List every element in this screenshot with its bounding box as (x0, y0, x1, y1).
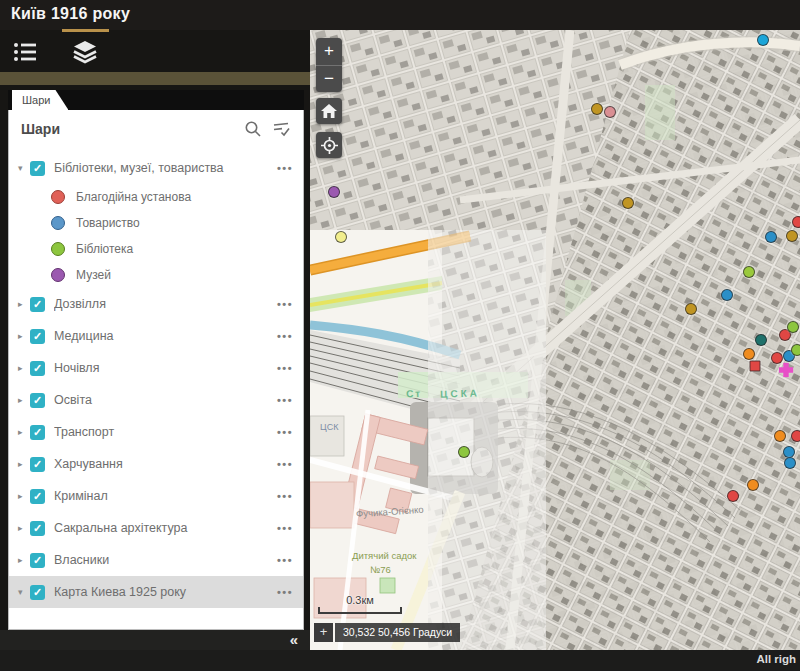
map-marker[interactable] (791, 344, 800, 356)
map-marker[interactable] (727, 490, 739, 502)
layer-row[interactable]: ▸✓Власники••• (9, 544, 303, 576)
map-marker[interactable] (604, 106, 616, 118)
chevron-right-icon[interactable]: ▸ (18, 523, 30, 533)
layer-row[interactable]: ▸✓Освіта••• (9, 384, 303, 416)
layer-row[interactable]: ▸✓Ночівля••• (9, 352, 303, 384)
layer-label: Карта Киева 1925 року (54, 585, 277, 599)
layer-menu-button[interactable]: ••• (277, 554, 293, 566)
layer-row[interactable]: ▸✓Харчування••• (9, 448, 303, 480)
map-marker[interactable] (685, 303, 697, 315)
coordinates-widget: + 30,532 50,456 Градуси (314, 623, 460, 642)
zoom-in-button[interactable]: + (316, 38, 342, 65)
map-marker[interactable] (786, 230, 798, 242)
coordinate-capture-icon[interactable]: + (314, 623, 333, 642)
map-marker[interactable] (757, 34, 769, 46)
scale-bar: 0.3км (318, 594, 402, 614)
map-marker[interactable] (787, 321, 799, 333)
layer-label: Транспорт (54, 425, 277, 439)
layer-menu-button[interactable]: ••• (277, 362, 293, 374)
panel-tabbar: Шари (8, 90, 304, 110)
legend-icon (12, 40, 38, 64)
filter-options-icon[interactable] (271, 119, 291, 139)
layer-checkbox[interactable]: ✓ (30, 521, 45, 536)
layer-checkbox[interactable]: ✓ (30, 425, 45, 440)
coordinates-value: 30,532 50,456 Градуси (335, 623, 460, 642)
layer-label: Освіта (54, 393, 277, 407)
app-window: Київ 1916 року Шари (0, 0, 800, 671)
layer-menu-button[interactable]: ••• (277, 330, 293, 342)
map-container[interactable]: ЦСК Ст ЦСКА Фучика-Огієнко Дитячий садок… (310, 30, 800, 650)
layer-menu-button[interactable]: ••• (277, 586, 293, 598)
legend-label: Благодійна установа (76, 190, 191, 204)
legend-item: Бібліотека (9, 236, 303, 262)
layer-menu-button[interactable]: ••• (277, 162, 293, 174)
panel-footer-strip: « (0, 630, 310, 650)
legend-label: Бібліотека (76, 242, 133, 256)
layer-row[interactable]: ▸✓Транспорт••• (9, 416, 303, 448)
layer-checkbox[interactable]: ✓ (30, 457, 45, 472)
layer-checkbox[interactable]: ✓ (30, 297, 45, 312)
zoom-control: + − (316, 38, 342, 92)
map-marker[interactable] (747, 479, 759, 491)
layer-menu-button[interactable]: ••• (277, 490, 293, 502)
collapse-panel-button[interactable]: « (290, 631, 296, 648)
map-marker[interactable] (622, 197, 634, 209)
chevron-right-icon[interactable]: ▸ (18, 299, 30, 309)
map-marker[interactable] (591, 103, 603, 115)
app-header: Київ 1916 року (0, 0, 800, 30)
legend-swatch (51, 242, 65, 256)
chevron-right-icon[interactable]: ▸ (18, 459, 30, 469)
layer-label: Кримінал (54, 489, 277, 503)
layer-row[interactable]: ▸✓Дозвілля••• (9, 288, 303, 320)
map-marker[interactable] (774, 430, 786, 442)
map-marker[interactable] (743, 348, 755, 360)
map-marker[interactable] (458, 446, 470, 458)
search-icon[interactable] (243, 119, 263, 139)
layer-checkbox[interactable]: ✓ (30, 329, 45, 344)
layer-row[interactable]: ▸✓Кримінал••• (9, 480, 303, 512)
layer-row[interactable]: ▸✓Медицина••• (9, 320, 303, 352)
layer-row[interactable]: ▸✓Сакральна архітектура••• (9, 512, 303, 544)
layer-row[interactable]: ▾✓Карта Киева 1925 року••• (9, 576, 303, 608)
home-button[interactable] (316, 98, 342, 124)
map-marker[interactable] (765, 231, 777, 243)
tab-layers[interactable]: Шари (12, 90, 68, 110)
map-marker[interactable] (721, 289, 733, 301)
layer-checkbox[interactable]: ✓ (30, 489, 45, 504)
layer-row[interactable]: ▾✓Бібліотеки, музеї, товариства••• (9, 152, 303, 184)
legend-item: Благодійна установа (9, 184, 303, 210)
layer-menu-button[interactable]: ••• (277, 426, 293, 438)
map-marker[interactable] (750, 361, 761, 372)
chevron-right-icon[interactable]: ▸ (18, 363, 30, 373)
panel-header: Шари (9, 110, 303, 148)
layer-menu-button[interactable]: ••• (277, 394, 293, 406)
layer-checkbox[interactable]: ✓ (30, 553, 45, 568)
map-marker[interactable] (755, 334, 767, 346)
chevron-right-icon[interactable]: ▸ (18, 427, 30, 437)
layer-checkbox[interactable]: ✓ (30, 161, 45, 176)
chevron-down-icon[interactable]: ▾ (18, 163, 30, 173)
layers-widget-button[interactable] (72, 40, 98, 64)
layer-menu-button[interactable]: ••• (277, 458, 293, 470)
layer-checkbox[interactable]: ✓ (30, 585, 45, 600)
locate-button[interactable] (316, 132, 342, 158)
chevron-right-icon[interactable]: ▸ (18, 395, 30, 405)
map-marker[interactable] (792, 216, 800, 228)
chevron-down-icon[interactable]: ▾ (18, 587, 30, 597)
chevron-right-icon[interactable]: ▸ (18, 555, 30, 565)
map-marker[interactable] (771, 352, 783, 364)
layer-menu-button[interactable]: ••• (277, 522, 293, 534)
layer-checkbox[interactable]: ✓ (30, 361, 45, 376)
map-marker[interactable] (784, 457, 796, 469)
layer-menu-button[interactable]: ••• (277, 298, 293, 310)
chevron-right-icon[interactable]: ▸ (18, 331, 30, 341)
map-marker[interactable] (743, 266, 755, 278)
map-marker[interactable] (791, 430, 800, 442)
layer-checkbox[interactable]: ✓ (30, 393, 45, 408)
zoom-out-button[interactable]: − (316, 65, 342, 92)
chevron-right-icon[interactable]: ▸ (18, 491, 30, 501)
legend-widget-button[interactable] (12, 40, 38, 64)
map-marker[interactable] (335, 231, 347, 243)
map-marker[interactable] (328, 186, 340, 198)
map-canvas (310, 30, 800, 650)
